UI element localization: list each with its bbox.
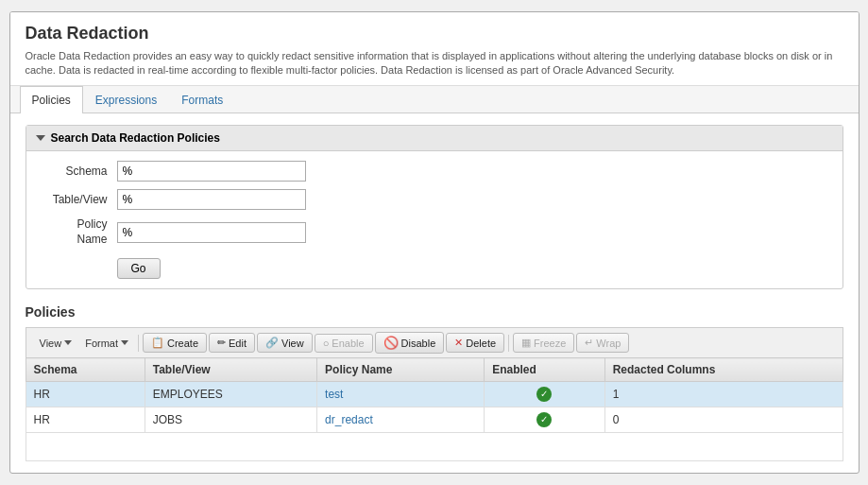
enable-button[interactable]: ○ Enable <box>315 334 373 353</box>
wrap-label: Wrap <box>596 338 621 349</box>
search-section: Search Data Redaction Policies Schema Ta… <box>26 125 843 289</box>
policies-section-title: Policies <box>26 304 843 320</box>
freeze-icon: ▦ <box>521 337 531 349</box>
edit-label: Edit <box>229 338 247 349</box>
empty-row <box>26 433 842 461</box>
view-dropdown-btn[interactable]: View <box>34 335 78 352</box>
format-dropdown-arrow-icon <box>121 340 128 345</box>
collapse-arrow-icon <box>36 135 45 141</box>
col-header-enabled: Enabled <box>485 358 605 382</box>
search-form: Schema Table/View PolicyName Go <box>26 151 842 288</box>
schema-row: Schema <box>42 161 827 182</box>
wrap-icon: ↵ <box>585 337 593 349</box>
tab-formats[interactable]: Formats <box>169 86 235 113</box>
delete-button[interactable]: ✕ Delete <box>446 333 504 353</box>
disable-label: Disable <box>401 338 436 349</box>
policies-table: Schema Table/View Policy Name Enabled Re… <box>26 357 843 461</box>
content-area: Search Data Redaction Policies Schema Ta… <box>10 113 859 473</box>
view-btn-label: View <box>281 338 304 349</box>
disable-icon: 🚫 <box>383 336 399 350</box>
tab-expressions[interactable]: Expressions <box>83 86 169 113</box>
tableview-row: Table/View <box>42 189 827 210</box>
policy-link-2[interactable]: dr_redact <box>325 413 373 426</box>
main-container: Data Redaction Oracle Data Redaction pro… <box>9 11 859 475</box>
policyname-input[interactable] <box>117 222 306 243</box>
tableview-label: Table/View <box>42 193 117 206</box>
enabled-check-icon-2: ✓ <box>536 412 552 427</box>
freeze-button[interactable]: ▦ Freeze <box>513 333 574 353</box>
edit-icon: ✏ <box>217 337 226 349</box>
format-label: Format <box>85 338 118 349</box>
schema-input[interactable] <box>117 161 306 182</box>
col-header-tableview: Table/View <box>145 358 316 382</box>
disable-button[interactable]: 🚫 Disable <box>375 332 445 354</box>
create-button[interactable]: 📋 Create <box>143 333 207 353</box>
policies-section: Policies View Format 📋 Create ✏ <box>26 304 843 461</box>
create-icon: 📋 <box>151 337 164 349</box>
search-section-header[interactable]: Search Data Redaction Policies <box>26 126 842 151</box>
col-header-policyname: Policy Name <box>317 358 485 382</box>
table-row[interactable]: HR EMPLOYEES test ✓ 1 <box>26 382 842 407</box>
cell-enabled-2: ✓ <box>485 407 605 433</box>
schema-label: Schema <box>42 165 117 178</box>
view-label: View <box>40 338 62 349</box>
enabled-check-icon-1: ✓ <box>536 387 552 402</box>
table-row[interactable]: HR JOBS dr_redact ✓ 0 <box>26 407 842 433</box>
edit-button[interactable]: ✏ Edit <box>209 333 255 353</box>
wrap-button[interactable]: ↵ Wrap <box>576 333 629 353</box>
cell-policyname-1[interactable]: test <box>317 382 485 407</box>
page-description: Oracle Data Redaction provides an easy w… <box>26 49 843 78</box>
enable-label: Enable <box>332 338 364 349</box>
toolbar-separator-1 <box>138 335 139 352</box>
col-header-redacted: Redacted Columns <box>604 358 842 382</box>
table-row-empty <box>26 433 842 461</box>
page-header: Data Redaction Oracle Data Redaction pro… <box>10 12 859 87</box>
enable-icon: ○ <box>323 338 330 349</box>
cell-policyname-2[interactable]: dr_redact <box>317 407 485 433</box>
policyname-label: PolicyName <box>42 217 117 247</box>
toolbar-separator-2 <box>508 335 509 352</box>
col-header-schema: Schema <box>26 358 145 382</box>
cell-redacted-1: 1 <box>604 382 842 407</box>
search-section-title: Search Data Redaction Policies <box>51 131 220 145</box>
freeze-label: Freeze <box>534 338 566 349</box>
format-dropdown-btn[interactable]: Format <box>79 335 134 352</box>
cell-schema-1: HR <box>26 382 145 407</box>
tabs-bar: Policies Expressions Formats <box>10 86 859 113</box>
tab-policies[interactable]: Policies <box>20 86 83 113</box>
view-chain-icon: 🔗 <box>265 337 279 349</box>
cell-tableview-1: EMPLOYEES <box>145 382 316 407</box>
go-button[interactable]: Go <box>117 258 161 279</box>
view-dropdown-arrow-icon <box>64 340 72 345</box>
cell-schema-2: HR <box>26 407 145 433</box>
table-header-row: Schema Table/View Policy Name Enabled Re… <box>26 358 842 382</box>
delete-label: Delete <box>466 338 496 349</box>
view-button[interactable]: 🔗 View <box>257 333 313 353</box>
page-title: Data Redaction <box>26 24 843 43</box>
tableview-input[interactable] <box>117 189 306 210</box>
cell-redacted-2: 0 <box>604 407 842 433</box>
cell-enabled-1: ✓ <box>485 382 605 407</box>
policyname-row: PolicyName <box>42 217 827 247</box>
toolbar: View Format 📋 Create ✏ Edit 🔗 <box>26 327 843 357</box>
cell-tableview-2: JOBS <box>145 407 316 433</box>
create-label: Create <box>167 338 198 349</box>
delete-icon: ✕ <box>454 337 463 349</box>
policy-link-1[interactable]: test <box>325 388 343 401</box>
